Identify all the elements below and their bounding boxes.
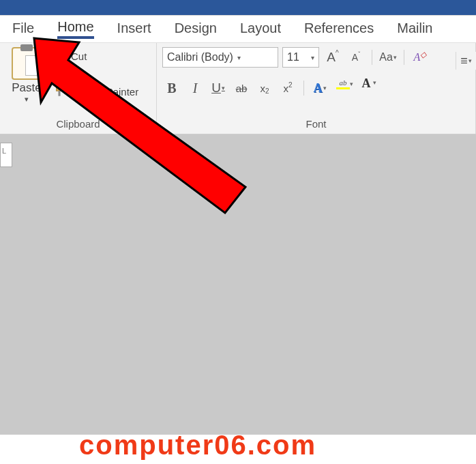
grow-font-button[interactable]: A^: [323, 48, 342, 67]
format-painter-label: Format Painter: [71, 86, 138, 98]
ribbon-tabstrip: File Home Insert Design Layout Reference…: [0, 15, 476, 42]
change-case-button[interactable]: Aa▾: [378, 48, 398, 67]
paste-label: Paste: [12, 81, 41, 95]
paste-button[interactable]: Paste ▾: [5, 47, 48, 104]
scissors-icon: [52, 50, 67, 62]
italic-button[interactable]: I: [185, 78, 205, 98]
watermark-text: computer06.com: [79, 430, 476, 460]
tab-design[interactable]: Design: [175, 20, 217, 38]
strikethrough-button[interactable]: ab: [232, 78, 251, 98]
group-clipboard: Paste ▾ Cut C: [0, 43, 157, 134]
cut-label: Cut: [71, 50, 87, 62]
group-font: Calibri (Body) ▾ 11 ▾ A^ Aˇ Aa▾ A◇ B I U…: [157, 43, 476, 134]
copy-button[interactable]: C: [52, 68, 138, 80]
font-name-combo[interactable]: Calibri (Body) ▾: [162, 47, 278, 68]
highlight-button[interactable]: ab ▾: [333, 78, 353, 98]
highlight-swatch: [336, 87, 350, 89]
clear-formatting-button[interactable]: A◇: [411, 48, 430, 67]
chevron-down-icon[interactable]: ▾: [25, 95, 29, 104]
font-size-combo[interactable]: 11 ▾: [282, 47, 319, 68]
clipboard-group-label: Clipboard: [5, 117, 151, 132]
font-group-label: Font: [162, 117, 470, 132]
subscript-button[interactable]: x2: [255, 78, 274, 98]
brush-icon: [52, 85, 67, 98]
svg-rect-4: [57, 87, 63, 91]
svg-rect-3: [57, 72, 63, 79]
tab-file[interactable]: File: [12, 20, 34, 38]
svg-rect-5: [59, 91, 61, 96]
format-painter-button[interactable]: Format Painter: [52, 85, 138, 98]
title-bar: [0, 0, 476, 15]
underline-button[interactable]: U▾: [209, 78, 228, 98]
font-name-value: Calibri (Body): [167, 51, 233, 63]
tab-home[interactable]: Home: [57, 19, 93, 39]
chevron-down-icon: ▾: [237, 54, 241, 61]
document-area[interactable]: L: [0, 134, 476, 435]
font-color-button[interactable]: A ▾: [357, 78, 376, 98]
cut-button[interactable]: Cut: [52, 50, 138, 62]
ribbon: Paste ▾ Cut C: [0, 42, 476, 134]
clipboard-icon: [12, 47, 42, 80]
copy-label: C: [71, 68, 78, 80]
separator: [303, 81, 304, 96]
bold-button[interactable]: B: [162, 78, 181, 98]
copy-icon: [52, 68, 67, 80]
bullets-button[interactable]: ≡▾: [456, 52, 476, 70]
tab-mailings[interactable]: Mailin: [397, 20, 432, 38]
font-size-value: 11: [287, 51, 299, 63]
superscript-button[interactable]: x2: [278, 78, 297, 98]
ruler-marker: L: [2, 147, 6, 155]
tab-references[interactable]: References: [304, 20, 374, 38]
separator: [404, 50, 404, 65]
tab-insert[interactable]: Insert: [117, 20, 151, 38]
separator: [372, 50, 372, 65]
shrink-font-button[interactable]: Aˇ: [346, 48, 366, 67]
chevron-down-icon: ▾: [311, 54, 314, 61]
tab-layout[interactable]: Layout: [240, 20, 281, 38]
text-effects-button[interactable]: A▾: [310, 78, 329, 98]
